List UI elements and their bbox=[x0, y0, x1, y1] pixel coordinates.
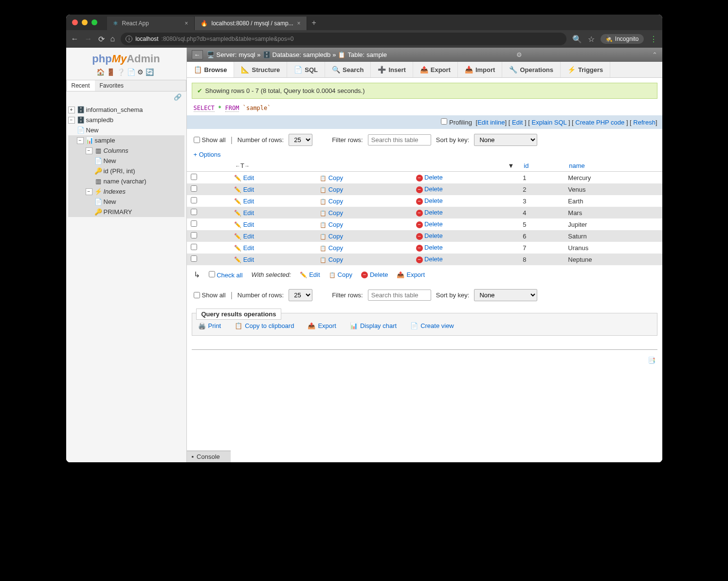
tab-recent[interactable]: Recent bbox=[67, 80, 95, 91]
close-tab-icon[interactable]: × bbox=[297, 20, 301, 27]
row-copy-link[interactable]: Copy bbox=[320, 221, 343, 228]
edit-link[interactable]: Edit bbox=[512, 119, 523, 126]
collapse-icon[interactable]: − bbox=[77, 137, 84, 144]
tab-operations[interactable]: 🔧Operations bbox=[502, 62, 561, 77]
print-link[interactable]: 🖨️Print bbox=[198, 322, 221, 329]
forward-button[interactable]: → bbox=[85, 35, 92, 43]
row-edit-link[interactable]: Edit bbox=[234, 209, 254, 217]
row-checkbox[interactable] bbox=[191, 174, 197, 180]
row-checkbox[interactable] bbox=[191, 244, 197, 250]
create-view-link[interactable]: 📄Create view bbox=[410, 322, 454, 329]
tab-export[interactable]: 📤Export bbox=[413, 62, 458, 77]
sort-select-bottom[interactable]: None bbox=[474, 289, 537, 301]
row-edit-link[interactable]: Edit bbox=[234, 174, 254, 182]
row-delete-link[interactable]: − Delete bbox=[416, 185, 443, 193]
row-copy-link[interactable]: Copy bbox=[320, 209, 343, 217]
row-copy-link[interactable]: Copy bbox=[320, 244, 343, 252]
header-name[interactable]: name bbox=[564, 160, 662, 172]
row-edit-link[interactable]: Edit bbox=[234, 198, 254, 205]
show-all-checkbox-bottom[interactable] bbox=[194, 292, 200, 298]
row-copy-link[interactable]: Copy bbox=[320, 174, 343, 182]
reload-button[interactable]: ⟳ bbox=[98, 35, 105, 44]
console-toggle[interactable]: ▪ Console bbox=[187, 451, 231, 462]
sort-select[interactable]: None bbox=[474, 134, 537, 146]
breadcrumb-back-icon[interactable]: ← bbox=[192, 50, 203, 59]
tab-browse[interactable]: 📋Browse bbox=[187, 62, 235, 77]
tab-search[interactable]: 🔍Search bbox=[325, 62, 371, 77]
tree-indexes[interactable]: Indexes bbox=[104, 188, 126, 195]
expand-icon[interactable]: + bbox=[68, 107, 75, 113]
tab-sql[interactable]: 📄SQL bbox=[287, 62, 325, 77]
close-window-icon[interactable] bbox=[72, 19, 78, 25]
home-icon[interactable]: 🏠 bbox=[96, 68, 107, 76]
header-id[interactable]: id bbox=[519, 160, 564, 172]
home-button[interactable]: ⌂ bbox=[110, 35, 115, 43]
tree-new-column[interactable]: New bbox=[104, 157, 116, 164]
breadcrumb-database[interactable]: sampledb bbox=[303, 51, 330, 58]
row-checkbox[interactable] bbox=[191, 220, 197, 227]
filter-input[interactable] bbox=[368, 134, 431, 145]
rows-select-bottom[interactable]: 25 bbox=[289, 289, 312, 301]
tab-insert[interactable]: ➕Insert bbox=[371, 62, 413, 77]
row-edit-link[interactable]: Edit bbox=[234, 233, 254, 240]
address-bar[interactable]: i localhost :8080/sql.php?db=sampledb&ta… bbox=[121, 33, 566, 45]
row-delete-link[interactable]: − Delete bbox=[416, 244, 443, 251]
zoom-icon[interactable]: 🔍 bbox=[572, 35, 582, 44]
new-tab-button[interactable]: + bbox=[307, 16, 321, 30]
row-delete-link[interactable]: − Delete bbox=[416, 174, 443, 181]
logout-icon[interactable]: 🚪 bbox=[107, 68, 117, 76]
bulk-delete-link[interactable]: − Delete bbox=[361, 271, 388, 278]
tree-db-sampledb[interactable]: sampledb bbox=[86, 116, 113, 124]
row-checkbox[interactable] bbox=[191, 185, 197, 192]
row-copy-link[interactable]: Copy bbox=[320, 186, 343, 193]
export-link[interactable]: 📤Export bbox=[308, 322, 336, 329]
row-delete-link[interactable]: − Delete bbox=[416, 232, 443, 239]
breadcrumb-table[interactable]: sample bbox=[366, 51, 387, 58]
menu-icon[interactable]: ⋮ bbox=[650, 35, 657, 44]
site-info-icon[interactable]: i bbox=[126, 36, 132, 42]
create-php-link[interactable]: Create PHP code bbox=[575, 119, 624, 126]
minimize-window-icon[interactable] bbox=[82, 19, 88, 25]
row-copy-link[interactable]: Copy bbox=[320, 256, 343, 263]
row-copy-link[interactable]: Copy bbox=[320, 198, 343, 205]
row-delete-link[interactable]: − Delete bbox=[416, 220, 443, 228]
breadcrumb-server[interactable]: mysql bbox=[238, 51, 255, 58]
sql-icon[interactable]: 📄 bbox=[127, 68, 137, 76]
phpmyadmin-logo[interactable]: phpMyAdmin bbox=[66, 48, 186, 67]
tree-columns[interactable]: Columns bbox=[104, 147, 128, 154]
bulk-edit-link[interactable]: Edit bbox=[300, 271, 320, 278]
tree-column-id[interactable]: id (PRI, int) bbox=[104, 167, 135, 175]
collapse-icon[interactable]: − bbox=[86, 188, 92, 195]
filter-input-bottom[interactable] bbox=[368, 290, 431, 301]
bulk-export-link[interactable]: 📤 Export bbox=[397, 271, 425, 278]
show-all-checkbox[interactable] bbox=[194, 137, 200, 143]
tree-index-primary[interactable]: PRIMARY bbox=[104, 208, 132, 216]
profiling-checkbox[interactable] bbox=[441, 118, 447, 125]
row-delete-link[interactable]: − Delete bbox=[416, 197, 443, 204]
link-icon[interactable]: 🔗 bbox=[174, 93, 182, 101]
row-delete-link[interactable]: − Delete bbox=[416, 209, 443, 216]
rows-select[interactable]: 25 bbox=[289, 134, 312, 146]
gear-icon[interactable]: ⚙ bbox=[516, 51, 522, 58]
row-edit-link[interactable]: Edit bbox=[234, 221, 254, 228]
row-checkbox[interactable] bbox=[191, 255, 197, 262]
bulk-copy-link[interactable]: Copy bbox=[329, 271, 352, 278]
edit-inline-link[interactable]: Edit inline bbox=[477, 119, 505, 126]
bookmark-page-icon[interactable]: 📑 bbox=[648, 357, 655, 364]
maximize-window-icon[interactable] bbox=[91, 19, 97, 25]
tab-favorites[interactable]: Favorites bbox=[95, 80, 128, 91]
collapse-icon[interactable]: ⌃ bbox=[652, 51, 657, 58]
options-toggle[interactable]: + Options bbox=[187, 151, 662, 158]
tree-db-information-schema[interactable]: information_schema bbox=[86, 106, 143, 113]
row-checkbox[interactable] bbox=[191, 209, 197, 215]
refresh-link[interactable]: Refresh bbox=[633, 119, 655, 126]
tree-new-index[interactable]: New bbox=[104, 198, 116, 205]
row-checkbox[interactable] bbox=[191, 197, 197, 203]
row-delete-link[interactable]: − Delete bbox=[416, 255, 443, 263]
display-chart-link[interactable]: 📊Display chart bbox=[350, 322, 397, 329]
reload-icon[interactable]: 🔄 bbox=[146, 68, 156, 76]
row-copy-link[interactable]: Copy bbox=[320, 233, 343, 240]
tree-table-sample[interactable]: sample bbox=[95, 137, 115, 144]
tab-structure[interactable]: 📐Structure bbox=[234, 62, 287, 77]
tab-triggers[interactable]: ⚡Triggers bbox=[561, 62, 610, 77]
